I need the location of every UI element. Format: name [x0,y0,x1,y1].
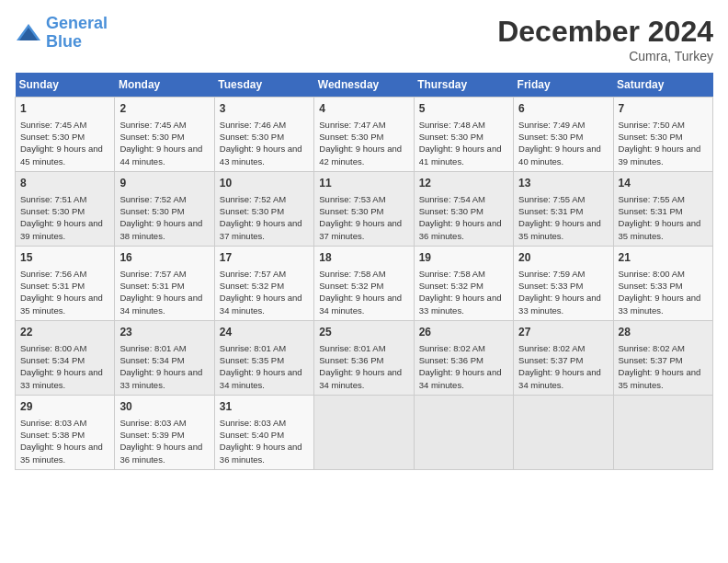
day-info: Sunrise: 8:01 AMSunset: 5:35 PMDaylight:… [220,342,309,391]
day-info: Sunrise: 7:51 AMSunset: 5:30 PMDaylight:… [20,193,109,242]
day-info: Sunrise: 7:45 AMSunset: 5:30 PMDaylight:… [20,119,109,167]
day-number: 16 [119,250,209,266]
logo-text: General Blue [46,15,108,52]
page-header: General Blue December 2024 Cumra, Turkey [15,15,713,63]
day-number: 5 [419,101,508,117]
day-info: Sunrise: 7:50 AMSunset: 5:30 PMDaylight:… [619,119,708,167]
calendar-table: SundayMondayTuesdayWednesdayThursdayFrid… [15,73,713,470]
day-info: Sunrise: 7:57 AMSunset: 5:31 PMDaylight:… [119,268,209,316]
weekday-header-row: SundayMondayTuesdayWednesdayThursdayFrid… [16,73,713,98]
calendar-cell: 7Sunrise: 7:50 AMSunset: 5:30 PMDaylight… [613,98,712,172]
weekday-monday: Monday [115,73,214,98]
day-number: 30 [119,399,209,415]
day-number: 21 [619,250,708,266]
day-number: 26 [419,325,508,340]
calendar-cell: 25Sunrise: 8:01 AMSunset: 5:36 PMDayligh… [314,320,414,395]
logo-icon [15,22,42,44]
day-info: Sunrise: 8:03 AMSunset: 5:40 PMDaylight:… [220,417,309,465]
calendar-cell: 22Sunrise: 8:00 AMSunset: 5:34 PMDayligh… [16,320,115,395]
day-info: Sunrise: 7:54 AMSunset: 5:30 PMDaylight:… [419,193,508,242]
calendar-cell: 18Sunrise: 7:58 AMSunset: 5:32 PMDayligh… [314,246,414,320]
calendar-cell: 15Sunrise: 7:56 AMSunset: 5:31 PMDayligh… [16,246,115,320]
day-number: 12 [419,176,508,191]
day-info: Sunrise: 7:53 AMSunset: 5:30 PMDaylight:… [319,193,408,242]
calendar-cell: 14Sunrise: 7:55 AMSunset: 5:31 PMDayligh… [613,171,712,246]
day-info: Sunrise: 7:47 AMSunset: 5:30 PMDaylight:… [319,119,408,167]
day-info: Sunrise: 8:02 AMSunset: 5:37 PMDaylight:… [619,342,708,391]
day-info: Sunrise: 8:00 AMSunset: 5:34 PMDaylight:… [20,342,109,391]
day-number: 8 [20,176,109,191]
day-info: Sunrise: 7:55 AMSunset: 5:31 PMDaylight:… [619,193,708,242]
day-number: 19 [419,250,508,266]
calendar-week-2: 8Sunrise: 7:51 AMSunset: 5:30 PMDaylight… [16,171,713,246]
weekday-thursday: Thursday [414,73,513,98]
day-info: Sunrise: 7:48 AMSunset: 5:30 PMDaylight:… [419,119,508,167]
day-number: 31 [220,399,309,415]
day-number: 20 [518,250,608,266]
day-info: Sunrise: 8:00 AMSunset: 5:33 PMDaylight:… [619,268,708,316]
day-number: 13 [518,176,608,191]
calendar-cell: 4Sunrise: 7:47 AMSunset: 5:30 PMDaylight… [314,98,414,172]
day-number: 29 [20,399,109,415]
calendar-cell: 20Sunrise: 7:59 AMSunset: 5:33 PMDayligh… [514,246,613,320]
day-info: Sunrise: 7:46 AMSunset: 5:30 PMDaylight:… [220,119,309,167]
day-number: 25 [319,325,408,340]
calendar-cell: 24Sunrise: 8:01 AMSunset: 5:35 PMDayligh… [214,320,313,395]
calendar-cell: 2Sunrise: 7:45 AMSunset: 5:30 PMDaylight… [115,98,214,172]
day-info: Sunrise: 8:03 AMSunset: 5:39 PMDaylight:… [119,417,209,465]
calendar-cell: 6Sunrise: 7:49 AMSunset: 5:30 PMDaylight… [514,98,613,172]
weekday-sunday: Sunday [16,73,115,98]
calendar-cell [414,395,513,469]
day-number: 11 [319,176,408,191]
calendar-cell: 31Sunrise: 8:03 AMSunset: 5:40 PMDayligh… [214,395,313,469]
calendar-cell: 28Sunrise: 8:02 AMSunset: 5:37 PMDayligh… [613,320,712,395]
day-info: Sunrise: 7:56 AMSunset: 5:31 PMDaylight:… [20,268,109,316]
calendar-cell [514,395,613,469]
calendar-cell: 30Sunrise: 8:03 AMSunset: 5:39 PMDayligh… [115,395,214,469]
day-number: 17 [220,250,309,266]
calendar-cell: 29Sunrise: 8:03 AMSunset: 5:38 PMDayligh… [16,395,115,469]
day-info: Sunrise: 8:01 AMSunset: 5:34 PMDaylight:… [119,342,209,391]
calendar-cell [613,395,712,469]
day-number: 22 [20,325,109,340]
day-info: Sunrise: 7:52 AMSunset: 5:30 PMDaylight:… [220,193,309,242]
calendar-week-5: 29Sunrise: 8:03 AMSunset: 5:38 PMDayligh… [16,395,713,469]
day-number: 7 [619,101,708,117]
day-number: 1 [20,101,109,117]
day-info: Sunrise: 7:58 AMSunset: 5:32 PMDaylight:… [419,268,508,316]
day-info: Sunrise: 8:01 AMSunset: 5:36 PMDaylight:… [319,342,408,391]
day-number: 2 [119,101,209,117]
calendar-body: 1Sunrise: 7:45 AMSunset: 5:30 PMDaylight… [16,98,713,470]
day-info: Sunrise: 7:49 AMSunset: 5:30 PMDaylight:… [518,119,608,167]
calendar-cell: 19Sunrise: 7:58 AMSunset: 5:32 PMDayligh… [414,246,513,320]
weekday-wednesday: Wednesday [314,73,414,98]
calendar-cell: 27Sunrise: 8:02 AMSunset: 5:37 PMDayligh… [514,320,613,395]
day-info: Sunrise: 8:02 AMSunset: 5:36 PMDaylight:… [419,342,508,391]
calendar-week-1: 1Sunrise: 7:45 AMSunset: 5:30 PMDaylight… [16,98,713,172]
day-number: 23 [119,325,209,340]
weekday-friday: Friday [514,73,613,98]
calendar-cell: 5Sunrise: 7:48 AMSunset: 5:30 PMDaylight… [414,98,513,172]
weekday-tuesday: Tuesday [214,73,313,98]
day-number: 24 [220,325,309,340]
day-info: Sunrise: 8:03 AMSunset: 5:38 PMDaylight:… [20,417,109,465]
calendar-cell: 12Sunrise: 7:54 AMSunset: 5:30 PMDayligh… [414,171,513,246]
calendar-cell: 21Sunrise: 8:00 AMSunset: 5:33 PMDayligh… [613,246,712,320]
day-number: 15 [20,250,109,266]
calendar-cell: 8Sunrise: 7:51 AMSunset: 5:30 PMDaylight… [16,171,115,246]
calendar-week-4: 22Sunrise: 8:00 AMSunset: 5:34 PMDayligh… [16,320,713,395]
day-number: 28 [619,325,708,340]
day-number: 14 [619,176,708,191]
calendar-cell: 13Sunrise: 7:55 AMSunset: 5:31 PMDayligh… [514,171,613,246]
calendar-cell: 10Sunrise: 7:52 AMSunset: 5:30 PMDayligh… [214,171,313,246]
calendar-cell: 3Sunrise: 7:46 AMSunset: 5:30 PMDaylight… [214,98,313,172]
calendar-cell: 17Sunrise: 7:57 AMSunset: 5:32 PMDayligh… [214,246,313,320]
month-title: December 2024 [497,15,713,49]
calendar-cell: 26Sunrise: 8:02 AMSunset: 5:36 PMDayligh… [414,320,513,395]
day-info: Sunrise: 7:52 AMSunset: 5:30 PMDaylight:… [119,193,209,242]
location-subtitle: Cumra, Turkey [497,49,713,63]
calendar-cell [314,395,414,469]
calendar-week-3: 15Sunrise: 7:56 AMSunset: 5:31 PMDayligh… [16,246,713,320]
day-number: 4 [319,101,408,117]
calendar-cell: 23Sunrise: 8:01 AMSunset: 5:34 PMDayligh… [115,320,214,395]
